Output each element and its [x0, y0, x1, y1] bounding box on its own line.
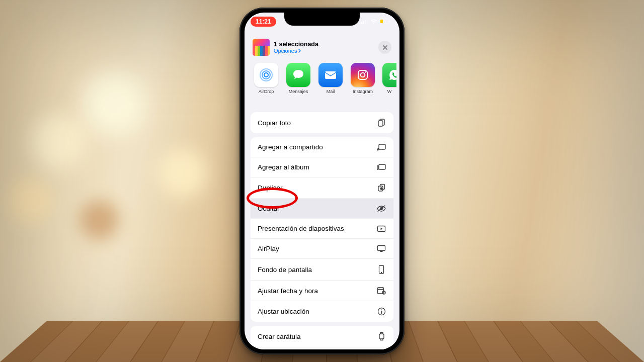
app-airdrop[interactable]: AirDrop: [254, 63, 279, 94]
svg-rect-5: [380, 20, 383, 23]
notch: [284, 13, 360, 26]
play-rect-icon: [376, 225, 386, 232]
cellular-icon: [361, 19, 368, 24]
close-icon: [382, 45, 388, 50]
airdrop-icon: [254, 63, 278, 87]
iphone-icon: [376, 265, 386, 274]
action-label: Copiar foto: [258, 119, 291, 127]
app-messages[interactable]: Mensajes: [286, 63, 311, 94]
sheet-title: 1 seleccionada: [274, 41, 378, 48]
watch-icon: [376, 332, 386, 341]
svg-rect-23: [378, 246, 385, 251]
action-duplicate[interactable]: Duplicar: [251, 177, 393, 199]
action-label: Agregar a compartido: [258, 143, 323, 151]
info-icon: [376, 307, 386, 316]
status-indicators: [361, 19, 390, 24]
action-label: Agregar al álbum: [258, 163, 309, 171]
phone-screen: 11:21 1 seleccionada Opciones: [245, 13, 399, 349]
action-label: Crear carátula: [258, 333, 301, 340]
status-time-recording: 11:21: [251, 17, 276, 27]
svg-point-8: [262, 71, 270, 79]
action-create-watchface[interactable]: Crear carátula: [251, 326, 393, 347]
app-label: Mail: [318, 89, 343, 94]
selected-photo-thumbnail[interactable]: [253, 39, 270, 56]
action-save-to-files[interactable]: Guardar en Archivos: [251, 347, 393, 349]
svg-point-25: [381, 272, 381, 273]
app-label: Instagram: [350, 89, 375, 94]
phone-frame: 11:21 1 seleccionada Opciones: [239, 8, 405, 354]
action-label: Duplicar: [258, 184, 283, 192]
action-add-to-album[interactable]: Agregar al álbum: [251, 157, 393, 177]
action-label: Fondo de pantalla: [258, 266, 312, 274]
svg-rect-14: [378, 121, 383, 126]
actions-scroll[interactable]: Copiar foto Agregar a compartido Agregar…: [251, 112, 393, 349]
action-add-to-shared[interactable]: Agregar a compartido: [251, 137, 393, 157]
svg-point-12: [361, 73, 365, 77]
svg-point-13: [365, 71, 366, 73]
action-label: Presentación de diapositivas: [258, 225, 344, 232]
action-adjust-date-time[interactable]: Ajustar fecha y hora: [251, 281, 393, 301]
svg-rect-3: [367, 19, 368, 24]
messages-icon: [286, 63, 310, 87]
airplay-icon: [376, 245, 386, 252]
battery-icon: [379, 19, 390, 24]
chevron-right-icon: [298, 49, 302, 53]
action-label: Ocultar: [258, 205, 280, 212]
action-group-1: Agregar a compartido Agregar al álbum Du…: [251, 137, 393, 322]
svg-rect-15: [379, 144, 385, 149]
svg-rect-10: [325, 71, 336, 79]
svg-rect-2: [365, 20, 366, 24]
svg-rect-17: [379, 164, 385, 169]
share-apps-row[interactable]: AirDrop Mensajes Mail: [248, 60, 396, 96]
action-airplay[interactable]: AirPlay: [251, 239, 393, 259]
svg-rect-0: [361, 22, 363, 24]
action-hide[interactable]: Ocultar: [251, 199, 393, 219]
sheet-header: 1 seleccionada Opciones: [248, 34, 396, 60]
svg-rect-6: [389, 21, 390, 23]
action-adjust-location[interactable]: Ajustar ubicación: [251, 301, 393, 322]
svg-point-7: [264, 73, 268, 77]
app-whatsapp-partial[interactable]: W: [382, 63, 396, 94]
action-copy-photo[interactable]: Copiar foto: [251, 112, 393, 133]
svg-rect-30: [379, 334, 384, 339]
svg-rect-26: [378, 288, 384, 294]
app-mail[interactable]: Mail: [318, 63, 343, 94]
app-label: W: [382, 89, 396, 94]
app-label: Mensajes: [286, 89, 311, 94]
options-link[interactable]: Opciones: [274, 48, 378, 54]
copy-icon: [376, 118, 386, 127]
action-label: Ajustar fecha y hora: [258, 287, 318, 295]
svg-point-29: [381, 309, 382, 310]
whatsapp-icon: [382, 63, 396, 87]
action-label: AirPlay: [258, 245, 279, 252]
calendar-clock-icon: [376, 287, 386, 295]
action-wallpaper[interactable]: Fondo de pantalla: [251, 259, 393, 281]
album-icon: [376, 164, 386, 171]
svg-rect-1: [363, 21, 365, 24]
mail-icon: [318, 63, 343, 87]
wifi-icon: [370, 19, 377, 24]
duplicate-icon: [376, 184, 386, 192]
shared-album-icon: [376, 144, 386, 151]
action-group-2: Crear carátula Guardar en Archivos: [251, 326, 393, 349]
eye-slash-icon: [376, 205, 386, 212]
app-instagram[interactable]: Instagram: [350, 63, 375, 94]
share-sheet: 1 seleccionada Opciones AirDrop: [248, 34, 396, 349]
instagram-icon: [351, 63, 375, 87]
action-slideshow[interactable]: Presentación de diapositivas: [251, 219, 393, 239]
close-button[interactable]: [378, 41, 391, 54]
action-group-0: Copiar foto: [251, 112, 393, 133]
action-label: Ajustar ubicación: [258, 308, 309, 315]
svg-rect-18: [377, 165, 378, 169]
app-label: AirDrop: [254, 89, 279, 94]
